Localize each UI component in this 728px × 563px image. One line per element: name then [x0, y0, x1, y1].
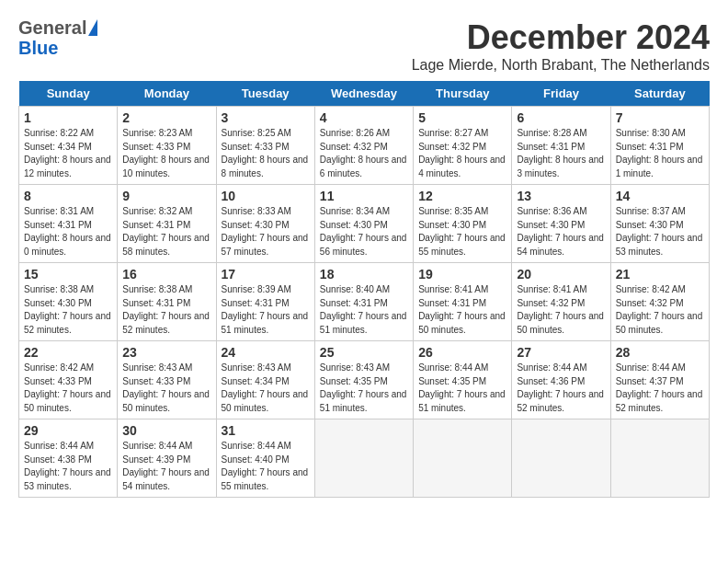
calendar-cell: 10Sunrise: 8:33 AMSunset: 4:30 PMDayligh… [216, 185, 314, 263]
weekday-header-thursday: Thursday [414, 81, 512, 107]
logo-general: General [18, 18, 86, 37]
calendar-cell: 18Sunrise: 8:40 AMSunset: 4:31 PMDayligh… [314, 263, 413, 341]
calendar-week-3: 15Sunrise: 8:38 AMSunset: 4:30 PMDayligh… [19, 263, 710, 341]
day-number: 5 [418, 110, 506, 125]
day-info: Sunrise: 8:22 AMSunset: 4:34 PMDaylight:… [24, 127, 112, 180]
calendar-cell: 22Sunrise: 8:42 AMSunset: 4:33 PMDayligh… [19, 341, 118, 419]
weekday-header-friday: Friday [512, 81, 610, 107]
calendar-cell: 21Sunrise: 8:42 AMSunset: 4:32 PMDayligh… [610, 263, 709, 341]
calendar-week-4: 22Sunrise: 8:42 AMSunset: 4:33 PMDayligh… [19, 341, 710, 419]
day-info: Sunrise: 8:44 AMSunset: 4:35 PMDaylight:… [418, 362, 506, 415]
calendar-table: SundayMondayTuesdayWednesdayThursdayFrid… [18, 81, 710, 498]
day-info: Sunrise: 8:27 AMSunset: 4:32 PMDaylight:… [418, 127, 506, 180]
day-info: Sunrise: 8:44 AMSunset: 4:36 PMDaylight:… [517, 362, 605, 415]
day-number: 27 [517, 345, 605, 360]
day-number: 8 [24, 189, 112, 203]
calendar-cell: 8Sunrise: 8:31 AMSunset: 4:31 PMDaylight… [19, 185, 118, 263]
calendar-cell: 25Sunrise: 8:43 AMSunset: 4:35 PMDayligh… [314, 341, 413, 419]
day-number: 1 [24, 110, 112, 125]
day-number: 16 [122, 267, 210, 282]
calendar-cell: 17Sunrise: 8:39 AMSunset: 4:31 PMDayligh… [216, 263, 314, 341]
calendar-cell: 3Sunrise: 8:25 AMSunset: 4:33 PMDaylight… [216, 107, 314, 185]
day-number: 18 [320, 267, 408, 282]
day-number: 24 [222, 345, 310, 360]
weekday-header-monday: Monday [118, 81, 216, 107]
logo-blue: Blue [18, 38, 58, 58]
calendar-cell: 20Sunrise: 8:41 AMSunset: 4:32 PMDayligh… [512, 263, 610, 341]
calendar-cell: 11Sunrise: 8:34 AMSunset: 4:30 PMDayligh… [314, 185, 413, 263]
day-number: 15 [24, 267, 112, 282]
day-info: Sunrise: 8:42 AMSunset: 4:33 PMDaylight:… [24, 362, 112, 415]
day-number: 11 [320, 189, 408, 203]
weekday-header-tuesday: Tuesday [216, 81, 314, 107]
day-info: Sunrise: 8:38 AMSunset: 4:30 PMDaylight:… [24, 283, 112, 337]
day-info: Sunrise: 8:32 AMSunset: 4:31 PMDaylight:… [122, 205, 210, 259]
weekday-header-wednesday: Wednesday [314, 81, 413, 107]
day-number: 20 [517, 267, 605, 282]
day-number: 12 [418, 189, 506, 203]
calendar-cell: 6Sunrise: 8:28 AMSunset: 4:31 PMDaylight… [512, 107, 610, 185]
day-info: Sunrise: 8:33 AMSunset: 4:30 PMDaylight:… [222, 205, 310, 259]
calendar-cell: 1Sunrise: 8:22 AMSunset: 4:34 PMDaylight… [19, 107, 118, 185]
day-number: 13 [517, 189, 605, 203]
day-info: Sunrise: 8:43 AMSunset: 4:34 PMDaylight:… [222, 362, 310, 415]
calendar-cell: 14Sunrise: 8:37 AMSunset: 4:30 PMDayligh… [610, 185, 709, 263]
weekday-header-saturday: Saturday [610, 81, 709, 107]
day-info: Sunrise: 8:44 AMSunset: 4:38 PMDaylight:… [24, 440, 112, 493]
day-info: Sunrise: 8:23 AMSunset: 4:33 PMDaylight:… [122, 127, 210, 180]
calendar-cell: 7Sunrise: 8:30 AMSunset: 4:31 PMDaylight… [610, 107, 709, 185]
day-number: 25 [320, 345, 408, 360]
day-info: Sunrise: 8:28 AMSunset: 4:31 PMDaylight:… [517, 127, 605, 180]
day-number: 3 [222, 110, 310, 125]
calendar-cell: 23Sunrise: 8:43 AMSunset: 4:33 PMDayligh… [118, 341, 216, 419]
day-number: 6 [517, 110, 605, 125]
location-title: Lage Mierde, North Brabant, The Netherla… [412, 57, 710, 74]
day-number: 21 [616, 267, 704, 282]
day-info: Sunrise: 8:25 AMSunset: 4:33 PMDaylight:… [222, 127, 310, 180]
calendar-cell [414, 419, 512, 498]
logo-triangle-icon [88, 19, 97, 36]
weekday-header-sunday: Sunday [19, 81, 118, 107]
day-info: Sunrise: 8:43 AMSunset: 4:33 PMDaylight:… [122, 362, 210, 415]
weekday-header-row: SundayMondayTuesdayWednesdayThursdayFrid… [19, 81, 710, 107]
day-info: Sunrise: 8:42 AMSunset: 4:32 PMDaylight:… [616, 283, 704, 337]
calendar-cell: 29Sunrise: 8:44 AMSunset: 4:38 PMDayligh… [19, 419, 118, 498]
day-number: 17 [222, 267, 310, 282]
calendar-week-2: 8Sunrise: 8:31 AMSunset: 4:31 PMDaylight… [19, 185, 710, 263]
day-info: Sunrise: 8:37 AMSunset: 4:30 PMDaylight:… [616, 205, 704, 259]
page-header: General Blue December 2024 Lage Mierde, … [18, 18, 710, 74]
day-info: Sunrise: 8:34 AMSunset: 4:30 PMDaylight:… [320, 205, 408, 259]
day-info: Sunrise: 8:44 AMSunset: 4:40 PMDaylight:… [222, 440, 310, 493]
calendar-cell: 31Sunrise: 8:44 AMSunset: 4:40 PMDayligh… [216, 419, 314, 498]
day-number: 30 [122, 423, 210, 438]
calendar-cell: 30Sunrise: 8:44 AMSunset: 4:39 PMDayligh… [118, 419, 216, 498]
day-info: Sunrise: 8:36 AMSunset: 4:30 PMDaylight:… [517, 205, 605, 259]
day-number: 4 [320, 110, 408, 125]
calendar-cell: 4Sunrise: 8:26 AMSunset: 4:32 PMDaylight… [314, 107, 413, 185]
day-number: 10 [222, 189, 310, 203]
title-block: December 2024 Lage Mierde, North Brabant… [412, 18, 710, 74]
calendar-cell: 5Sunrise: 8:27 AMSunset: 4:32 PMDaylight… [414, 107, 512, 185]
day-number: 23 [122, 345, 210, 360]
day-number: 9 [122, 189, 210, 203]
calendar-week-5: 29Sunrise: 8:44 AMSunset: 4:38 PMDayligh… [19, 419, 710, 498]
calendar-cell: 2Sunrise: 8:23 AMSunset: 4:33 PMDaylight… [118, 107, 216, 185]
calendar-cell [512, 419, 610, 498]
day-number: 29 [24, 423, 112, 438]
calendar-cell: 12Sunrise: 8:35 AMSunset: 4:30 PMDayligh… [414, 185, 512, 263]
day-info: Sunrise: 8:44 AMSunset: 4:39 PMDaylight:… [122, 440, 210, 493]
day-number: 19 [418, 267, 506, 282]
day-info: Sunrise: 8:26 AMSunset: 4:32 PMDaylight:… [320, 127, 408, 180]
day-info: Sunrise: 8:40 AMSunset: 4:31 PMDaylight:… [320, 283, 408, 337]
calendar-cell [610, 419, 709, 498]
day-info: Sunrise: 8:41 AMSunset: 4:32 PMDaylight:… [517, 283, 605, 337]
day-info: Sunrise: 8:44 AMSunset: 4:37 PMDaylight:… [616, 362, 704, 415]
calendar-cell: 28Sunrise: 8:44 AMSunset: 4:37 PMDayligh… [610, 341, 709, 419]
calendar-cell: 19Sunrise: 8:41 AMSunset: 4:31 PMDayligh… [414, 263, 512, 341]
day-info: Sunrise: 8:41 AMSunset: 4:31 PMDaylight:… [418, 283, 506, 337]
calendar-cell: 15Sunrise: 8:38 AMSunset: 4:30 PMDayligh… [19, 263, 118, 341]
calendar-cell: 27Sunrise: 8:44 AMSunset: 4:36 PMDayligh… [512, 341, 610, 419]
day-info: Sunrise: 8:38 AMSunset: 4:31 PMDaylight:… [122, 283, 210, 337]
calendar-cell: 9Sunrise: 8:32 AMSunset: 4:31 PMDaylight… [118, 185, 216, 263]
day-number: 22 [24, 345, 112, 360]
